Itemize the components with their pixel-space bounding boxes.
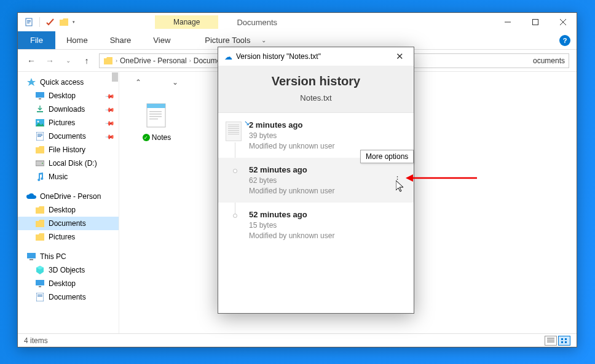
sidebar-item-desktop[interactable]: Desktop📌 [18, 89, 119, 103]
sidebar-item-pc-documents[interactable]: Documents [18, 290, 119, 304]
folder-icon [35, 205, 45, 215]
sidebar-item-od-pictures[interactable]: Pictures [18, 230, 119, 244]
sidebar-item-filehistory[interactable]: File History [18, 143, 119, 157]
folder-icon [35, 232, 45, 242]
pin-icon: 📌 [105, 131, 115, 141]
svg-rect-15 [37, 135, 42, 136]
svg-rect-20 [30, 259, 33, 260]
pin-icon: 📌 [105, 118, 115, 128]
quick-access-header[interactable]: Quick access [18, 76, 119, 89]
version-time: 2 minutes ago [249, 120, 405, 130]
music-icon [35, 172, 45, 182]
forward-button[interactable]: → [44, 56, 56, 66]
home-tab[interactable]: Home [55, 31, 99, 49]
svg-rect-28 [149, 111, 162, 112]
folder-qat-icon[interactable] [59, 17, 69, 27]
item-count: 4 items [24, 336, 48, 345]
icons-view-button[interactable] [558, 336, 570, 346]
svg-rect-9 [39, 98, 41, 99]
contextual-tab-header: Manage [155, 15, 218, 29]
svg-rect-29 [149, 114, 162, 115]
documents-icon [35, 131, 45, 141]
titlebar: ▾ Manage Documents [18, 13, 577, 31]
version-history-dialog: ☁ Version history "Notes.txt" ✕ Version … [218, 47, 414, 314]
breadcrumb-seg[interactable]: OneDrive - Personal [120, 56, 187, 65]
view-tab[interactable]: View [142, 31, 181, 49]
new-folder-checked-icon[interactable] [45, 17, 55, 27]
onedrive-header[interactable]: OneDrive - Person [18, 190, 119, 203]
pc-icon [26, 252, 36, 261]
this-pc-header[interactable]: This PC [18, 250, 119, 263]
desktop-icon [35, 91, 45, 101]
pictures-icon [35, 118, 45, 128]
version-item[interactable]: 52 minutes ago 15 bytes Modified by unkn… [218, 203, 414, 247]
cloud-icon [26, 192, 36, 201]
dialog-title: Version history "Notes.txt" [236, 52, 321, 61]
version-modified: Modified by unknown user [249, 187, 405, 195]
document-icon [226, 122, 242, 141]
ribbon-expand-icon[interactable]: ⌄ [261, 37, 266, 44]
svg-rect-30 [149, 116, 162, 117]
svg-rect-16 [37, 136, 41, 137]
downloads-icon [35, 104, 45, 114]
sidebar-item-music[interactable]: Music [18, 170, 119, 184]
sidebar-item-pictures[interactable]: Pictures📌 [18, 116, 119, 130]
sidebar-item-downloads[interactable]: Downloads📌 [18, 103, 119, 116]
version-size: 62 bytes [249, 176, 405, 185]
pin-icon: 📌 [105, 104, 115, 114]
folder-icon [35, 145, 45, 155]
dialog-close-button[interactable]: ✕ [392, 51, 408, 62]
svg-rect-37 [561, 341, 563, 343]
svg-rect-8 [36, 92, 44, 98]
version-size: 15 bytes [249, 221, 405, 230]
svg-point-12 [37, 121, 39, 123]
recent-dropdown-icon[interactable]: ⌄ [62, 57, 74, 64]
sidebar-item-pc-desktop[interactable]: Desktop [18, 277, 119, 290]
sidebar-item-3d[interactable]: 3D Objects [18, 263, 119, 277]
svg-rect-10 [37, 111, 43, 112]
svg-rect-38 [565, 341, 567, 343]
details-view-button[interactable] [545, 336, 557, 346]
cloud-icon: ☁ [224, 52, 232, 61]
svg-rect-25 [37, 296, 42, 296]
svg-rect-22 [39, 286, 41, 287]
close-button[interactable] [549, 14, 577, 31]
svg-rect-23 [36, 293, 44, 301]
window-title: Documents [237, 18, 277, 27]
svg-rect-5 [532, 20, 538, 25]
sidebar-item-od-documents[interactable]: Documents [18, 217, 119, 230]
nav-pane: Quick access Desktop📌 Downloads📌 Picture… [18, 72, 119, 333]
minimize-button[interactable] [494, 14, 521, 31]
properties-icon[interactable] [24, 17, 34, 27]
svg-rect-21 [36, 280, 44, 285]
svg-rect-31 [149, 118, 158, 120]
more-options-button[interactable]: ⋮ [390, 171, 405, 186]
dialog-titlebar: ☁ Version history "Notes.txt" ✕ [218, 47, 414, 66]
version-time: 52 minutes ago [249, 210, 405, 219]
help-icon[interactable]: ? [559, 35, 570, 46]
up-button[interactable]: ↑ [81, 56, 93, 66]
status-bar: 4 items [18, 333, 577, 347]
version-list: ↘ 2 minutes ago 39 bytes Modified by unk… [218, 113, 414, 313]
current-indicator-icon: ↘ [244, 119, 250, 127]
timeline-dot-icon [233, 169, 237, 173]
tooltip: More options [360, 150, 414, 163]
qat-dropdown-icon[interactable]: ▾ [73, 20, 75, 25]
maximize-button[interactable] [521, 14, 549, 31]
documents-icon [35, 292, 45, 302]
svg-rect-2 [27, 21, 31, 22]
folder-icon [103, 56, 113, 65]
drive-icon [35, 158, 45, 168]
back-button[interactable]: ← [25, 56, 37, 66]
file-tab[interactable]: File [18, 31, 55, 49]
version-item[interactable]: 52 minutes ago 62 bytes Modified by unkn… [218, 158, 414, 203]
sidebar-item-local-disk[interactable]: Local Disk (D:) [18, 157, 119, 170]
sidebar-item-documents[interactable]: Documents📌 [18, 130, 119, 143]
file-item-notes[interactable]: ✓Notes [129, 101, 184, 153]
sidebar-item-od-desktop[interactable]: Desktop [18, 203, 119, 217]
version-modified: Modified by unknown user [249, 231, 405, 240]
share-tab[interactable]: Share [99, 31, 143, 49]
breadcrumb-trailing: ocuments [533, 56, 565, 65]
dialog-filename: Notes.txt [218, 93, 414, 103]
timeline-dot-icon [233, 214, 237, 218]
